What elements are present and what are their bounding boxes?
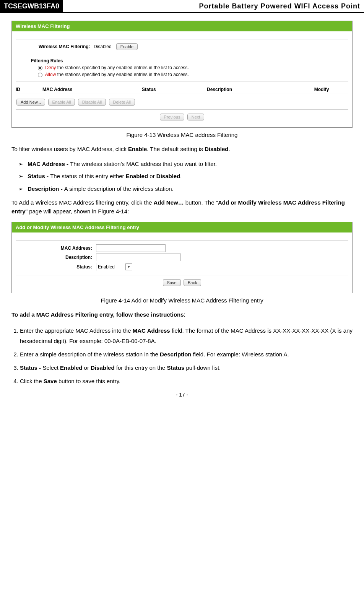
deny-text: the stations specified by any enabled en… [56, 65, 189, 70]
allow-label: Allow [45, 72, 56, 77]
th-mac: MAC Address [42, 87, 142, 92]
filtering-rules-title: Filtering Rules [31, 58, 348, 63]
status-label: Status: [16, 264, 96, 270]
figure-caption-2: Figure 4-14 Add or Modify Wireless MAC A… [11, 297, 353, 304]
step-1: Enter the appropriate MAC Address into t… [20, 325, 353, 346]
filter-state: Disabled [94, 44, 112, 49]
description-input[interactable] [96, 254, 181, 261]
th-id: ID [16, 87, 35, 92]
delete-all-button[interactable]: Delete All [109, 99, 135, 106]
enable-all-button[interactable]: Enable All [48, 99, 75, 106]
mac-address-label: MAC Address: [16, 245, 96, 251]
step-4: Click the Save button to save this entry… [20, 376, 353, 386]
doc-title: Portable Battery Powered WIFI Access Poi… [63, 0, 364, 12]
th-modify: Modify [295, 87, 348, 92]
feature-bullets: MAC Address - The wireless station's MAC… [11, 160, 353, 193]
instruction-steps: Enter the appropriate MAC Address into t… [11, 325, 353, 386]
intro-paragraph: To filter wireless users by MAC Address,… [11, 145, 353, 154]
panel-title: Wireless MAC Filtering [12, 21, 352, 31]
figure-caption-1: Figure 4-13 Wireless MAC address Filteri… [11, 132, 353, 138]
mac-address-input[interactable] [96, 244, 166, 252]
enable-button[interactable]: Enable [116, 43, 138, 50]
save-button[interactable]: Save [163, 279, 181, 286]
back-button[interactable]: Back [184, 279, 201, 286]
th-status: Status [142, 87, 207, 92]
step-2: Enter a simple description of the wirele… [20, 349, 353, 359]
chevron-down-icon: ▼ [125, 263, 132, 270]
filter-label: Wireless MAC Filtering: [39, 44, 90, 49]
previous-button[interactable]: Previous [160, 114, 185, 120]
description-label: Description: [16, 255, 96, 260]
page-number: - 17 - [11, 392, 353, 398]
bullet-status: Status - The status of this entry either… [18, 172, 353, 181]
th-desc: Description [207, 87, 295, 92]
deny-radio-row[interactable]: Deny the stations specified by any enabl… [38, 65, 348, 70]
screenshot-add-modify: Add or Modify Wireless MAC Address Filte… [11, 222, 353, 293]
allow-text: the stations specified by any enabled en… [56, 72, 189, 77]
step-3: Status - Select Enabled or Disabled for … [20, 363, 353, 373]
panel-title-2: Add or Modify Wireless MAC Address Filte… [12, 222, 352, 232]
disable-all-button[interactable]: Disable All [78, 99, 106, 106]
dropdown-value: Enabled [98, 264, 115, 270]
table-header-row: ID MAC Address Status Description Modify [16, 85, 348, 94]
bullet-mac-address: MAC Address - The wireless station's MAC… [18, 160, 353, 169]
page-header: TCSEGWB13FA0 Portable Battery Powered WI… [0, 0, 364, 13]
allow-radio-row[interactable]: Allow the stations specified by any enab… [38, 72, 348, 77]
bullet-description: Description - A simple description of th… [18, 185, 353, 193]
add-new-paragraph: To Add a Wireless MAC Address filtering … [11, 198, 353, 216]
instructions-heading: To add a MAC Address Filtering entry, fo… [11, 311, 353, 319]
add-new-button[interactable]: Add New... [16, 99, 45, 106]
next-button[interactable]: Next [187, 114, 205, 120]
status-dropdown[interactable]: Enabled ▼ [96, 263, 134, 271]
screenshot-mac-filtering: Wireless MAC Filtering Wireless MAC Filt… [11, 21, 353, 128]
radio-icon [38, 66, 42, 70]
radio-icon [38, 73, 42, 77]
model-number: TCSEGWB13FA0 [0, 0, 63, 12]
deny-label: Deny [45, 65, 56, 70]
